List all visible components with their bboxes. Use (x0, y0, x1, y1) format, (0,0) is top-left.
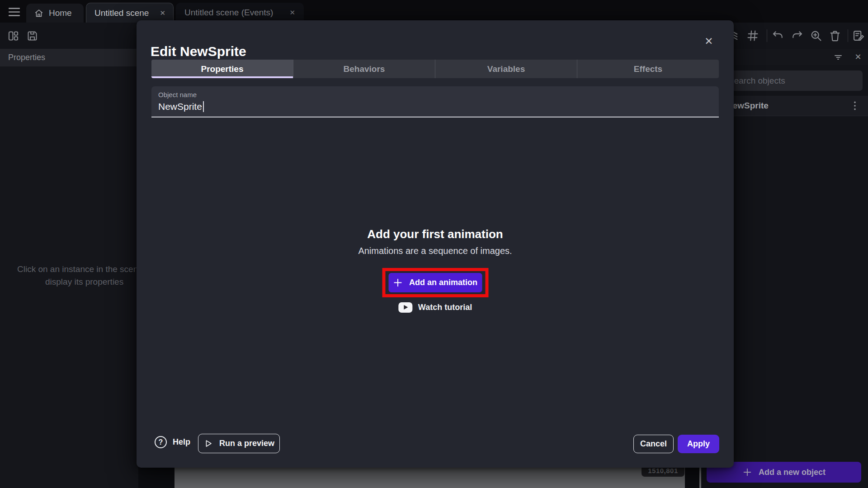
text-caret (203, 101, 204, 112)
add-animation-button[interactable]: Add an animation (388, 273, 482, 292)
help-icon: ? (155, 436, 167, 448)
zoom-in-icon (810, 29, 822, 42)
layout-panels-icon (7, 30, 19, 42)
undo-icon (772, 29, 784, 42)
cancel-button[interactable]: Cancel (633, 435, 674, 453)
object-name-field-value: NewSprite (158, 101, 202, 112)
menu-icon (8, 7, 20, 17)
close-tab-icon[interactable]: ✕ (288, 8, 297, 18)
grid-icon (746, 29, 759, 42)
tab-untitled-scene[interactable]: Untitled scene ✕ (86, 3, 174, 23)
grid-button[interactable] (746, 29, 760, 42)
tab-events-label: Untitled scene (Events) (184, 8, 273, 18)
save-icon (26, 30, 38, 42)
edit-object-dialog: Edit NewSprite ✕ Properties Behaviors Va… (137, 20, 734, 468)
tab-home-label: Home (49, 8, 72, 18)
edit-scene-properties-button[interactable] (852, 29, 865, 42)
highlight-box: Add an animation (382, 268, 488, 297)
dialog-close-button[interactable]: ✕ (701, 33, 717, 49)
delete-button[interactable] (828, 29, 842, 42)
instance-hint-line2: display its properties (45, 277, 123, 287)
close-icon: ✕ (854, 52, 861, 62)
edit-scene-icon (852, 29, 865, 42)
add-new-object-label: Add a new object (759, 468, 826, 477)
zoom-in-button[interactable] (809, 29, 823, 42)
redo-button[interactable] (790, 29, 804, 42)
apply-button[interactable]: Apply (678, 435, 719, 453)
tab-effects[interactable]: Effects (577, 60, 719, 78)
tab-properties[interactable]: Properties (151, 60, 293, 78)
open-panels-button[interactable] (6, 29, 20, 42)
help-label: Help (173, 437, 190, 447)
filter-objects-button[interactable] (832, 51, 844, 63)
dialog-title: Edit NewSprite (151, 44, 246, 59)
redo-icon (791, 29, 803, 42)
object-item-menu-button[interactable] (850, 99, 860, 113)
tab-home[interactable]: Home (26, 4, 84, 23)
tab-untitled-scene-events[interactable]: Untitled scene (Events) ✕ (176, 3, 304, 23)
tab-behaviors[interactable]: Behaviors (293, 60, 435, 78)
filter-icon (833, 52, 844, 62)
home-icon (34, 8, 44, 18)
help-button[interactable]: ? Help (155, 436, 190, 448)
toolbar-separator (767, 29, 767, 42)
run-preview-button[interactable]: Run a preview (198, 434, 280, 453)
hamburger-menu-button[interactable] (5, 5, 23, 18)
main-tab-bar: Home Untitled scene ✕ Untitled scene (Ev… (0, 0, 868, 23)
close-tab-icon[interactable]: ✕ (158, 8, 167, 18)
app-window: Home Untitled scene ✕ Untitled scene (Ev… (0, 0, 868, 488)
watch-tutorial-label: Watch tutorial (418, 303, 472, 312)
object-name-field[interactable]: Object name NewSprite (151, 86, 719, 117)
play-icon (203, 439, 213, 449)
plus-icon (742, 467, 752, 477)
undo-button[interactable] (771, 29, 785, 42)
save-button[interactable] (25, 29, 39, 42)
instance-hint-line1: Click on an instance in the scene to (17, 264, 152, 274)
dialog-tab-bar: Properties Behaviors Variables Effects (151, 60, 719, 78)
tab-variables[interactable]: Variables (435, 60, 577, 78)
empty-state-subtitle: Animations are a sequence of images. (137, 246, 734, 256)
add-animation-label: Add an animation (409, 278, 477, 287)
youtube-icon (398, 302, 412, 313)
tab-scene-label: Untitled scene (94, 8, 149, 18)
object-name-field-label: Object name (158, 91, 197, 99)
close-objects-panel-button[interactable]: ✕ (852, 51, 864, 63)
trash-icon (829, 29, 841, 42)
watch-tutorial-button[interactable]: Watch tutorial (398, 300, 472, 314)
properties-panel-title: Properties (0, 49, 138, 66)
close-icon: ✕ (704, 35, 713, 47)
plus-icon (393, 277, 403, 288)
toolbar-separator (848, 29, 848, 42)
run-preview-label: Run a preview (219, 439, 274, 448)
empty-state-title: Add your first animation (137, 227, 734, 241)
kebab-icon (851, 100, 859, 112)
